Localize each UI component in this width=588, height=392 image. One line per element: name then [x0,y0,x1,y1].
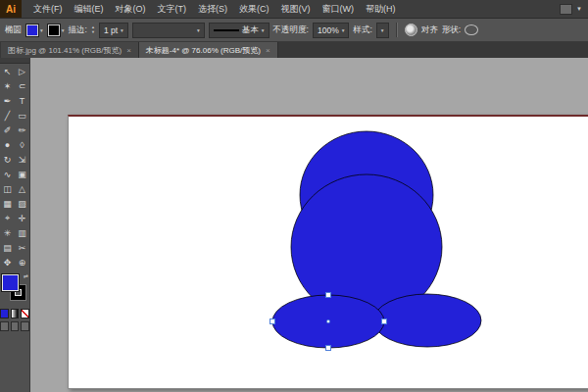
none-button[interactable] [21,309,29,318]
zoom-tool[interactable]: ⊕ [15,255,29,270]
blob-brush-tool[interactable]: ● [0,137,15,152]
anchor-point[interactable] [270,319,275,324]
stroke-width-field[interactable]: 1 pt▾ [99,23,128,38]
menu-item[interactable]: 帮助(H) [360,0,402,18]
document-tab[interactable]: 图标.jpg @ 101.41% (RGB/预览)× [1,42,139,58]
menu-item[interactable]: 对象(O) [110,0,152,18]
chevron-down-icon: ▾ [381,27,384,33]
stroke-profile-dropdown[interactable]: 基本 ▾ [209,23,270,38]
direct-selection-tool[interactable]: ▷ [15,64,29,78]
rotate-tool[interactable]: ↻ [0,152,15,167]
blend-tool[interactable]: ✛ [15,211,29,225]
menu-item[interactable]: 效果(C) [233,0,275,18]
fill-color-swatch[interactable] [2,274,19,291]
fill-swatch[interactable] [25,24,39,37]
draw-normal-button[interactable] [0,321,9,331]
small-ellipse-right[interactable] [373,294,481,347]
swap-fill-stroke-icon[interactable]: ⇄ [24,272,28,279]
menu-item[interactable]: 窗口(W) [317,0,361,18]
chevron-down-icon[interactable]: ▾ [62,27,65,33]
artboard-tool[interactable]: ▤ [0,240,15,255]
chevron-down-icon[interactable]: ▾ [40,27,43,33]
opacity-field[interactable]: 100%▾ [313,23,350,38]
column-graph-tool[interactable]: ▥ [15,225,29,240]
style-dropdown[interactable]: ▾ [376,23,389,38]
draw-inside-button[interactable] [21,321,29,331]
stroke-label: 描边: [69,24,87,36]
opacity-label: 不透明度: [273,24,309,36]
menu-items: 文件(F)编辑(E)对象(O)文字(T)选择(S)效果(C)视图(V)窗口(W)… [27,0,402,18]
shape-builder-tool[interactable]: ◫ [0,181,15,196]
stroke-profile-preview [214,29,239,31]
symbol-sprayer-tool[interactable]: ✳ [0,225,15,240]
magic-wand-tool[interactable]: ✶ [0,78,15,93]
document-tab[interactable]: 未标题-4* @ 76.06% (RGB/预览)× [139,42,278,58]
chevron-down-icon: ▾ [121,27,123,33]
line-tool[interactable]: ╱ [0,108,15,122]
eyedropper-tool[interactable]: ⌖ [0,211,15,225]
menu-item[interactable]: 视图(V) [275,0,317,18]
center-point[interactable] [326,319,329,322]
free-transform-tool[interactable]: ▣ [15,167,29,181]
pen-tool[interactable]: ✒ [0,93,15,108]
mesh-tool[interactable]: ▦ [0,196,15,211]
workspace: ↖▷✶⊂✒T╱▭✐✏●◊↻⇲∿▣◫△▦▨⌖✛✳▥▤✂✥⊕ ⇄ [0,58,588,392]
close-icon[interactable]: × [126,46,131,55]
anchor-point[interactable] [382,319,387,324]
color-button[interactable] [0,309,9,318]
chevron-down-icon: ▾ [342,27,345,33]
style-label: 样式: [353,24,371,36]
context-label: 椭圆 [5,24,22,36]
shape-ellipse-icon[interactable] [465,24,478,35]
selection-tool[interactable]: ↖ [0,64,15,78]
scale-tool[interactable]: ⇲ [15,152,29,167]
menu-item[interactable]: 文字(T) [152,0,193,18]
close-icon[interactable]: × [266,46,270,55]
pencil-tool[interactable]: ✏ [15,122,29,137]
anchor-point[interactable] [326,293,331,298]
artwork [69,117,588,388]
tab-title: 未标题-4* @ 76.06% (RGB/预览) [146,45,261,56]
eraser-tool[interactable]: ◊ [15,137,29,152]
anchor-point[interactable] [326,346,331,351]
gradient-button[interactable] [11,309,20,318]
chevron-down-icon[interactable]: ▼ [576,6,582,12]
menu-item[interactable]: 选择(S) [192,0,233,18]
brush-definition-dropdown[interactable]: ▾ [132,23,205,38]
workspace-icon[interactable] [560,4,572,15]
chevron-down-icon: ▾ [197,27,200,33]
width-tool[interactable]: ∿ [0,167,15,181]
stroke-swatch[interactable] [47,24,61,37]
align-button[interactable]: 对齐 [421,24,438,36]
chevron-down-icon: ▾ [262,27,265,33]
canvas-area[interactable] [30,58,588,392]
perspective-grid-tool[interactable]: △ [15,181,29,196]
stroke-width-stepper[interactable]: ▲▼ [91,25,95,34]
hand-tool[interactable]: ✥ [0,255,15,270]
app-logo: Ai [0,0,22,18]
stroke-color-control[interactable]: ▾ [47,24,65,37]
lasso-tool[interactable]: ⊂ [15,78,29,93]
menu-bar: Ai 文件(F)编辑(E)对象(O)文字(T)选择(S)效果(C)视图(V)窗口… [0,0,588,19]
menu-item[interactable]: 文件(F) [27,0,69,18]
artboard[interactable] [68,115,588,389]
color-mode-buttons [0,309,29,318]
fill-stroke-indicator: ⇄ [1,272,28,306]
rectangle-tool[interactable]: ▭ [15,108,29,122]
recolor-artwork-icon[interactable] [405,24,417,36]
menu-item[interactable]: 编辑(E) [69,0,110,18]
paintbrush-tool[interactable]: ✐ [0,122,15,137]
menubar-right: ▼ [560,4,588,15]
type-tool[interactable]: T [15,93,29,108]
drawing-mode-buttons [0,321,29,331]
shape-label: 形状: [442,24,461,36]
fill-color-control[interactable]: ▾ [25,24,43,37]
document-tab-bar: 图标.jpg @ 101.41% (RGB/预览)×未标题-4* @ 76.06… [0,42,588,58]
slice-tool[interactable]: ✂ [15,240,29,255]
tools-panel: ↖▷✶⊂✒T╱▭✐✏●◊↻⇲∿▣◫△▦▨⌖✛✳▥▤✂✥⊕ ⇄ [0,58,30,392]
illustrator-window: Ai 文件(F)编辑(E)对象(O)文字(T)选择(S)效果(C)视图(V)窗口… [0,0,588,392]
gradient-tool[interactable]: ▨ [15,196,29,211]
divider [396,23,398,37]
tool-grid: ↖▷✶⊂✒T╱▭✐✏●◊↻⇲∿▣◫△▦▨⌖✛✳▥▤✂✥⊕ [0,64,29,270]
draw-behind-button[interactable] [11,321,20,331]
